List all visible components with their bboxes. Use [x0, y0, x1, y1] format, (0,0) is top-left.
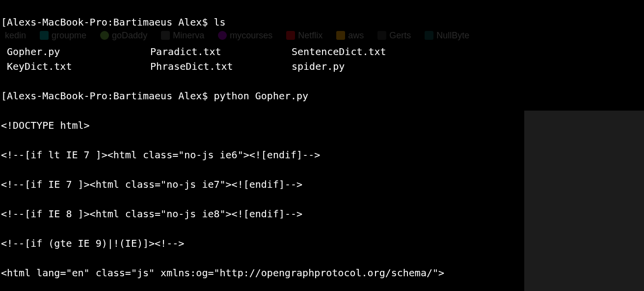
file-gopher: Gopher.py [7, 44, 150, 59]
shell-prompt: [Alexs-MacBook-Pro:Bartimaeus Alex$ [1, 16, 214, 28]
terminal-output[interactable]: [Alexs-MacBook-Pro:Bartimaeus Alex$ ls G… [0, 0, 644, 291]
stdout-line: <!DOCTYPE html> [1, 118, 644, 133]
file-spider: spider.py [292, 59, 644, 74]
stdout-line: <html lang="en" class="js" xmlns:og="htt… [1, 265, 644, 280]
file-sentencedict: SentenceDict.txt [292, 44, 644, 59]
file-phrasedict: PhraseDict.txt [150, 59, 292, 74]
prompt-line: [Alexs-MacBook-Pro:Bartimaeus Alex$ ls [1, 15, 644, 29]
stdout-line: <!--[if lt IE 7 ]><html class="no-js ie6… [1, 147, 644, 162]
command-ls: ls [214, 16, 225, 28]
file-paradict: Paradict.txt [150, 44, 292, 59]
prompt-line: [Alexs-MacBook-Pro:Bartimaeus Alex$ pyth… [1, 88, 644, 103]
ls-output: Gopher.pyParadict.txtSentenceDict.txt Ke… [1, 44, 644, 74]
shell-prompt: [Alexs-MacBook-Pro:Bartimaeus Alex$ [1, 90, 214, 102]
stdout-line: <!--[if IE 7 ]><html class="no-js ie7"><… [1, 177, 644, 192]
stdout-line: <!--[if (gte IE 9)|!(IE)]><!--> [1, 236, 644, 251]
stdout-line: <!--[if IE 8 ]><html class="no-js ie8"><… [1, 206, 644, 221]
command-python: python Gopher.py [214, 90, 308, 102]
file-keydict: KeyDict.txt [7, 59, 150, 74]
